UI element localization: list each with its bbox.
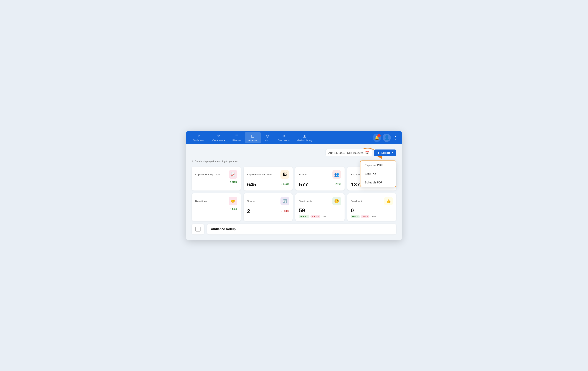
nav-compose[interactable]: ✏ Compose ▾ [209,132,229,143]
card-sentiments: Sentiments 😊 59 +ve 41 -ve 18 0% [295,193,345,221]
nav-media-library-label: Media Library [297,139,312,142]
card-title-sentiments: Sentiments [299,200,312,203]
send-pdf-item[interactable]: Send PDF [360,170,396,178]
nav-inbox-label: Inbox [264,139,271,142]
card-value-row-feedback: 0 [351,207,393,214]
card-shares: Shares 🔄 2 ↓ -33% [244,193,293,221]
card-reach: Reach 👥 577 ↑ 162% [295,167,345,190]
user-avatar-button[interactable]: 👤 [383,134,391,142]
card-icon-shares: 🔄 [281,197,289,205]
media-library-icon: ▣ [303,134,306,138]
card-title-impressions-by-page: Impressions by Page [195,173,220,176]
card-bottom-reach: 577 ↑ 162% [299,181,341,188]
main-content: Aug 11, 2024 - Sep 10, 2024 📅 ⬇ Export ▾… [186,144,402,240]
card-bottom-shares: 2 ↓ -33% [247,207,289,214]
card-bottom-impressions-by-page: ↑ 2.2K% [195,181,237,184]
export-dropdown: Export as PDF Send PDF Schedule PDF [360,161,396,187]
calendar-icon: 📅 [365,151,369,155]
card-value-reach: 577 [299,182,308,188]
neutral-badge: 0% [321,215,328,218]
notification-badge: 7 [377,134,381,137]
expand-button-area[interactable]: ⛶ [192,224,204,234]
feedback-positive-badge: +ve 0 [351,215,360,218]
sentiment-icon: 😊 [334,199,339,203]
card-header-reactions: Reactions 🤝 [195,197,237,205]
nav-inbox[interactable]: ◎ Inbox [261,132,274,143]
more-options-button[interactable]: ⋮ [392,134,399,141]
card-icon-impressions-by-page: 📈 [229,170,237,179]
card-change-shares: ↓ -33% [281,209,289,212]
planner-icon: ☰ [235,134,238,138]
date-range-text: Aug 11, 2024 - Sep 10, 2024 [328,151,364,154]
bottom-section: ⛶ Audience Rollup [192,224,396,234]
nav-analyze[interactable]: ◫ Analyze [245,132,261,143]
card-icon-feedback: 👍 [384,197,393,205]
card-bottom-reactions: ↑ 58% [195,207,237,210]
nav-compose-label: Compose ▾ [212,139,225,142]
card-value-row-sentiments: 59 [299,207,341,214]
download-icon: ⬇ [378,151,380,154]
card-change-reactions: ↑ 58% [230,207,237,210]
card-bottom-impressions-by-posts: 645 ↑ 140% [247,181,289,188]
chevron-down-icon-discover: ▾ [288,139,290,142]
user-icon: 👤 [384,135,389,140]
feedback-badges: +ve 0 -ve 0 0% [351,215,393,218]
export-chevron-icon: ▾ [392,152,393,154]
share-icon: 🔄 [283,199,287,203]
card-header-shares: Shares 🔄 [247,197,289,205]
card-icon-reactions: 🤝 [229,197,237,205]
export-pdf-item[interactable]: Export as PDF [360,161,396,170]
nav-planner-label: Planner [232,139,241,142]
chevron-down-icon: ▾ [224,139,225,142]
expand-icon: ⛶ [195,227,200,231]
export-container: ⬇ Export ▾ Export as PDF Send PDF Schedu… [374,150,396,156]
top-bar: Aug 11, 2024 - Sep 10, 2024 📅 ⬇ Export ▾… [192,149,396,156]
card-value-sentiments: 59 [299,207,305,213]
card-icon-reach: 👥 [332,170,341,179]
nav-dashboard-label: Dashboard [193,139,205,142]
app-window: ⌂ Dashboard ✏ Compose ▾ ☰ Planner ◫ Anal… [186,131,402,240]
card-value-shares: 2 [247,208,250,214]
nav-discover[interactable]: ⊕ Discover ▾ [274,132,293,143]
card-header-impressions-by-posts: Impressions by Posts 🖼 [247,170,289,179]
discover-icon: ⊕ [282,134,285,138]
negative-badge: -ve 18 [310,215,320,218]
audience-rollup-title: Audience Rollup [211,227,236,231]
nav-dashboard[interactable]: ⌂ Dashboard [189,132,209,143]
positive-badge: +ve 41 [299,215,309,218]
feedback-negative-badge: -ve 0 [361,215,369,218]
nav-media-library[interactable]: ▣ Media Library [293,132,316,143]
navbar: ⌂ Dashboard ✏ Compose ▾ ☰ Planner ◫ Anal… [186,131,402,144]
date-range-picker[interactable]: Aug 11, 2024 - Sep 10, 2024 📅 [326,149,372,156]
chart-icon: 📈 [231,172,235,177]
card-header-sentiments: Sentiments 😊 [299,197,341,205]
card-title-impressions-by-posts: Impressions by Posts [247,173,272,176]
schedule-pdf-item[interactable]: Schedule PDF [360,178,396,187]
card-reactions: Reactions 🤝 ↑ 58% [192,193,241,221]
info-icon: ℹ [192,160,193,163]
export-button[interactable]: ⬇ Export ▾ [374,150,396,156]
info-text: Data is displayed according to your wo..… [194,160,240,163]
notifications-button[interactable]: 🔔 7 [373,134,381,142]
card-icon-impressions-by-posts: 🖼 [281,170,289,179]
card-title-feedback: Feedback [351,200,362,203]
nav-discover-label: Discover ▾ [278,139,290,142]
card-header-impressions-by-page: Impressions by Page 📈 [195,170,237,179]
compose-icon: ✏ [217,134,220,138]
card-feedback: Feedback 👍 0 +ve 0 -ve 0 0% [347,193,397,221]
card-change-impressions-by-page: ↑ 2.2K% [228,181,237,184]
group-icon: 👥 [334,172,339,177]
nav-planner[interactable]: ☰ Planner [229,132,245,143]
card-title-reactions: Reactions [195,200,207,203]
card-impressions-by-page: Impressions by Page 📈 ↑ 2.2K% [192,167,241,190]
card-header-feedback: Feedback 👍 [351,197,393,205]
card-change-reach: ↑ 162% [332,183,341,186]
nav-right-actions: 🔔 7 👤 ⋮ [373,134,399,142]
thumbsup-icon: 👍 [386,199,391,203]
image-icon: 🖼 [283,172,287,177]
card-icon-sentiments: 😊 [332,197,341,205]
home-icon: ⌂ [198,134,200,138]
nav-analyze-label: Analyze [248,139,257,142]
card-impressions-by-posts: Impressions by Posts 🖼 645 ↑ 140% [244,167,293,190]
card-title-shares: Shares [247,200,256,203]
